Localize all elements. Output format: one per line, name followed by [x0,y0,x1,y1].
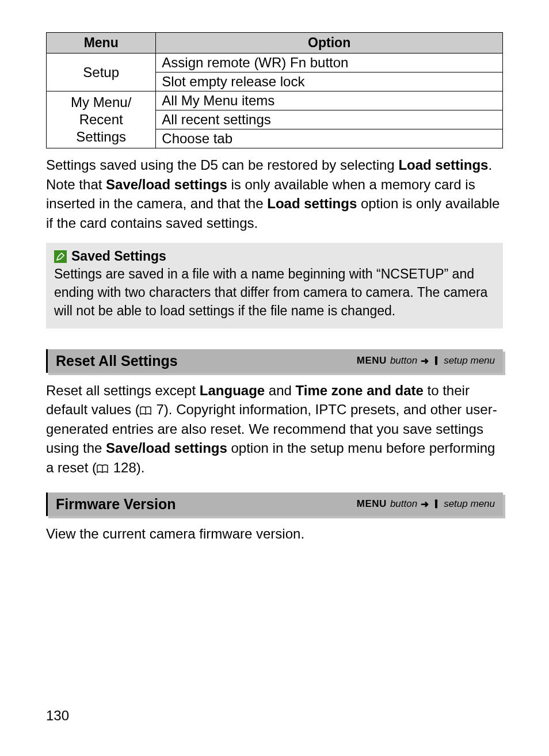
settings-table: Menu Option Setup Assign remote (WR) Fn … [46,32,503,148]
wrench-icon [432,499,440,509]
row-option: Slot empty release lock [156,72,503,91]
row-option: All My Menu items [156,91,503,110]
arrow-right-icon: ➜ [421,355,429,367]
col-header-menu: Menu [47,33,156,54]
book-icon [140,406,151,415]
pencil-icon [54,250,67,263]
paragraph-reset-all: Reset all settings except Language and T… [46,381,503,478]
book-icon [97,464,108,474]
section-reset-all-settings: Reset All Settings MENU button ➜ setup m… [46,349,503,373]
section-breadcrumb: MENU button ➜ setup menu [357,498,495,510]
section-title: Firmware Version [56,496,176,513]
row-option: All recent settings [156,110,503,129]
note-title: Saved Settings [71,249,166,264]
row-menu-mymenu: My Menu/Recent Settings [47,91,156,148]
paragraph-load-settings: Settings saved using the D5 can be resto… [46,155,503,232]
note-body: Settings are saved in a file with a name… [54,265,495,320]
wrench-icon [432,356,440,366]
col-header-option: Option [156,33,503,54]
section-firmware-version: Firmware Version MENU button ➜ setup men… [46,492,503,516]
section-title: Reset All Settings [56,353,178,369]
row-option: Assign remote (WR) Fn button [156,54,503,72]
page-number: 130 [46,708,69,724]
note-saved-settings: Saved Settings Settings are saved in a f… [46,243,503,328]
row-menu-setup: Setup [47,54,156,91]
row-option: Choose tab [156,129,503,148]
section-breadcrumb: MENU button ➜ setup menu [357,355,495,367]
paragraph-firmware: View the current camera firmware version… [46,524,503,544]
arrow-right-icon: ➜ [421,498,429,510]
